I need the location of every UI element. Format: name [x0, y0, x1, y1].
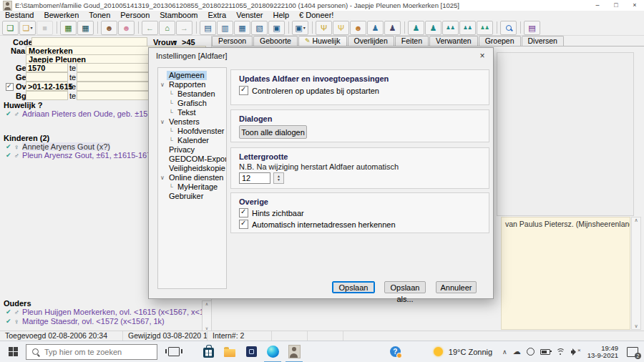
- minimize-button[interactable]: –: [588, 0, 607, 11]
- layout-5-button[interactable]: ▣: [268, 21, 285, 35]
- file-explorer-button[interactable]: [219, 341, 240, 362]
- person-panel-scrollbar[interactable]: ∧ ∨: [202, 300, 212, 331]
- notification-center-icon[interactable]: 2: [627, 347, 638, 357]
- opslaan-button[interactable]: Opslaan: [332, 281, 375, 293]
- tree-item-privacy[interactable]: Privacy: [158, 145, 226, 155]
- couple-button[interactable]: ♟♟: [477, 21, 493, 35]
- onedrive-cloud-icon[interactable]: ☁: [513, 348, 521, 356]
- volume-muted-icon[interactable]: ×: [571, 348, 582, 356]
- fontsize-input[interactable]: [239, 172, 270, 184]
- save-button[interactable]: ■: [36, 21, 53, 35]
- tree-item-bestanden[interactable]: └Bestanden: [167, 89, 226, 99]
- date-field-bgr[interactable]: [26, 91, 68, 100]
- menu-persoon[interactable]: Persoon: [115, 11, 155, 20]
- fontsize-stepper[interactable]: ▲ ▼: [273, 172, 284, 184]
- clock[interactable]: 19:49 13-9-2021: [587, 345, 618, 359]
- donate-book-button[interactable]: ▤: [524, 21, 540, 35]
- aldfaer-app-button[interactable]: [283, 341, 305, 362]
- tree-item-online-diensten[interactable]: ∨Online diensten: [158, 173, 226, 182]
- tree-item-gebruiker[interactable]: Gebruiker: [158, 192, 226, 201]
- search-input[interactable]: [43, 347, 146, 357]
- report-button[interactable]: ▦: [60, 21, 77, 35]
- family-add-button[interactable]: ♟♟: [459, 21, 476, 35]
- dialog-titlebar[interactable]: Instellingen [Aldfaer]: [149, 48, 493, 64]
- search-button[interactable]: [500, 21, 517, 35]
- tab-huwelijk[interactable]: ✎Huwelijk: [298, 36, 347, 46]
- taskbar-search[interactable]: [26, 344, 157, 360]
- weather-sun-icon[interactable]: [434, 347, 443, 356]
- maximize-button[interactable]: □: [607, 0, 625, 11]
- tab-groepen[interactable]: Groepen: [479, 36, 521, 46]
- menu-venster[interactable]: Venster: [231, 11, 268, 20]
- internet-checkbox-row[interactable]: ✓ Automatisch internetadressen herkennen: [239, 220, 396, 229]
- kwartierstaat-button[interactable]: Ψ: [316, 21, 332, 35]
- menu-bewerken[interactable]: Bewerken: [39, 11, 84, 20]
- tab-geboorte[interactable]: Geboorte: [253, 36, 298, 46]
- stamboom-button[interactable]: Ψ: [333, 21, 349, 35]
- date-field-ged[interactable]: [26, 72, 68, 82]
- tree-item-gedcom-export[interactable]: GEDCOM-Export: [158, 155, 226, 164]
- tree-item-grafisch[interactable]: └Grafisch: [167, 99, 226, 108]
- store-button[interactable]: [197, 341, 219, 362]
- close-button[interactable]: ×: [625, 0, 644, 11]
- task-view-button[interactable]: [163, 341, 185, 362]
- tab-verwanten[interactable]: Verwanten: [429, 36, 478, 46]
- tree-item-vensters[interactable]: ∨Vensters: [158, 117, 226, 127]
- menu-stamboom[interactable]: Stamboom: [155, 11, 203, 20]
- annuleer-button[interactable]: Annuleer: [436, 281, 477, 293]
- tab-diversen[interactable]: Diversen: [522, 36, 564, 46]
- meet-now-icon[interactable]: [527, 348, 535, 356]
- tray-expand-icon[interactable]: ∧: [502, 348, 507, 356]
- dark-app-button[interactable]: [240, 341, 262, 362]
- portret-button[interactable]: ☻: [350, 21, 366, 35]
- tab-persoon[interactable]: Persoon: [212, 36, 253, 46]
- updates-checkbox-row[interactable]: ✓ Controleren op updates bij opstarten: [239, 86, 379, 95]
- layout-2-button[interactable]: ▥: [217, 21, 233, 35]
- hints-checkbox[interactable]: ✓: [239, 208, 248, 217]
- edge-button[interactable]: [262, 341, 283, 362]
- layout-4-button[interactable]: ▧: [251, 21, 268, 35]
- tree-item-myheritage[interactable]: └MyHeritage: [167, 182, 226, 192]
- tree-item-algemeen[interactable]: Algemeen: [158, 71, 226, 80]
- layout-3-button[interactable]: ▦: [234, 21, 250, 35]
- dialog-close-button[interactable]: ×: [472, 48, 493, 64]
- menu-doneer[interactable]: € Doneer!: [294, 11, 338, 20]
- family-button[interactable]: ♟♟: [442, 21, 459, 35]
- tab-feiten[interactable]: Feiten: [395, 36, 429, 46]
- tree-item-kalender[interactable]: └Kalender: [167, 136, 226, 145]
- menu-tonen[interactable]: Tonen: [84, 11, 115, 20]
- open-button[interactable]: ❏▾: [19, 21, 36, 35]
- notes-scroll-up-icon[interactable]: ∧: [634, 217, 638, 223]
- weather-text[interactable]: 19°C Zonnig: [449, 348, 492, 356]
- menu-bestand[interactable]: Bestand: [0, 11, 39, 20]
- gender-caret-icon[interactable]: ▾: [174, 39, 176, 44]
- tree-item-rapporten[interactable]: ∨Rapporten: [158, 80, 226, 89]
- person-button[interactable]: ♟: [408, 21, 424, 35]
- wifi-icon[interactable]: [556, 348, 565, 355]
- relatieschema-button[interactable]: ♟: [367, 21, 384, 35]
- back-button[interactable]: ←: [142, 21, 158, 35]
- tree-item-veiligheidskopie[interactable]: Veiligheidskopie: [158, 164, 226, 173]
- layout-1-button[interactable]: ▤: [200, 21, 216, 35]
- internet-checkbox[interactable]: ✓: [239, 220, 248, 229]
- export-button[interactable]: ▦: [77, 21, 94, 35]
- female-person-button[interactable]: ☻: [118, 21, 135, 35]
- tree-item-hoofdvenster[interactable]: └Hoofdvenster: [167, 127, 226, 136]
- male-person-button[interactable]: ☻: [101, 21, 117, 35]
- notes-scrollbar[interactable]: ∧ ∨: [631, 217, 641, 330]
- updates-checkbox[interactable]: ✓: [239, 86, 248, 95]
- notes-scroll-down-icon[interactable]: ∨: [634, 323, 638, 329]
- battery-icon[interactable]: [540, 349, 550, 355]
- notes-panel[interactable]: van Paulus Pietersz. (Mijnsheerenland no…: [501, 217, 630, 330]
- stepper-down-icon[interactable]: ▼: [277, 178, 280, 182]
- person-add-button[interactable]: ♟: [425, 21, 441, 35]
- window-mode-button[interactable]: ▣▾: [292, 21, 308, 35]
- person-link[interactable]: Pleun Huijgen Moerkerken, ovl. <1615 (x<…: [22, 308, 205, 316]
- scroll-down-icon[interactable]: ∨: [205, 326, 208, 331]
- hints-checkbox-row[interactable]: ✓ Hints zichtbaar: [239, 208, 304, 217]
- tree-item-tekst[interactable]: └Tekst: [167, 108, 226, 117]
- menu-help[interactable]: Help: [268, 11, 294, 20]
- new-person-button[interactable]: ❏: [2, 21, 19, 35]
- groepen-button[interactable]: ♟: [384, 21, 401, 35]
- toon-alle-dialogen-button[interactable]: Toon alle dialogen: [239, 125, 307, 139]
